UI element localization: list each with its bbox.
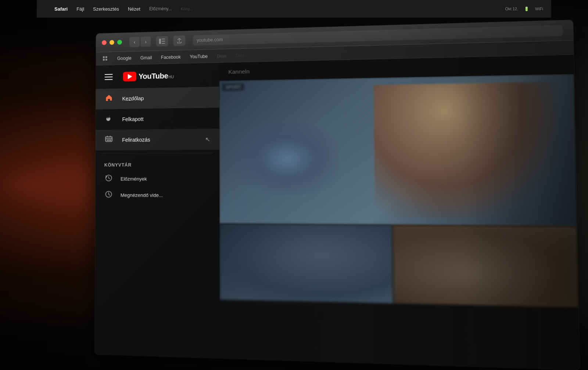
menu-battery: 🔋 [522, 5, 531, 13]
svg-rect-9 [105, 137, 112, 141]
nav-item-history[interactable]: Előzmények [96, 170, 219, 187]
menu-date: Okt 12. [503, 5, 520, 12]
menu-fajl[interactable]: Fájl [72, 5, 89, 13]
library-section-title: KÖNYVTÁR [96, 156, 219, 171]
nav-item-trending[interactable]: Felkapott [96, 108, 219, 130]
svg-rect-10 [107, 140, 108, 141]
hamburger-line-2 [105, 76, 113, 77]
monitor: ‹ › youtube.com [73, 0, 588, 370]
address-text: youtube.com [197, 37, 223, 43]
back-button[interactable]: ‹ [129, 37, 140, 47]
nav-item-subscriptions[interactable]: Feliratkozás ↖ [96, 128, 219, 150]
macos-menubar: Safari Fájl Szerkesztés Nézet Előzmény..… [37, 0, 551, 18]
svg-rect-6 [103, 59, 105, 61]
thumbnail-grid-area: SPORT [219, 74, 580, 370]
menu-szerkesztes[interactable]: Szerkesztés [89, 5, 123, 13]
svg-rect-7 [105, 59, 107, 61]
youtube-country-code: HU [168, 75, 174, 79]
bookmark-facebook[interactable]: Facebook [157, 52, 184, 61]
sidebar-toggle-button[interactable] [156, 36, 168, 46]
svg-rect-1 [162, 39, 165, 39]
nav-subscriptions-label: Feliratkozás [122, 137, 150, 143]
maximize-button[interactable] [117, 40, 122, 44]
traffic-lights [102, 40, 122, 45]
svg-rect-4 [103, 56, 105, 58]
nav-item-home[interactable]: Kezdőlap [96, 87, 219, 109]
cursor-near-subscriptions: ↖ [205, 136, 210, 143]
content-header-title: Kanneln [228, 68, 250, 75]
menu-elozmeny[interactable]: Előzmény... [145, 5, 176, 13]
sidebar-divider-1 [101, 153, 213, 154]
youtube-sidebar: YouTube HU Kezdőlap [95, 63, 220, 358]
menu-nezet[interactable]: Nézet [123, 5, 145, 13]
menu-right-area: Okt 12. 🔋 WiFi [503, 5, 545, 13]
fire-icon [104, 114, 113, 124]
content-area: YouTube HU Kezdőlap [95, 55, 580, 370]
minimize-button[interactable] [110, 40, 114, 45]
nav-item-watch-later[interactable]: Megnézendő vide... [95, 187, 219, 203]
svg-rect-3 [162, 43, 165, 44]
youtube-logo[interactable]: YouTube HU [123, 71, 174, 81]
home-icon [104, 94, 113, 104]
play-triangle [128, 74, 132, 79]
bookmarks-grid-icon[interactable] [102, 55, 109, 62]
bookmark-drive[interactable]: Drive [213, 52, 231, 59]
nav-buttons: ‹ › [129, 36, 151, 47]
nav-home-label: Kezdőlap [122, 95, 144, 102]
share-button[interactable] [173, 35, 186, 46]
hamburger-line-3 [105, 79, 113, 80]
svg-rect-11 [108, 140, 110, 141]
menu-wifi: WiFi [533, 5, 545, 12]
svg-rect-12 [110, 139, 111, 141]
nav-watch-later-label: Megnézendő vide... [121, 192, 163, 198]
nav-trending-label: Felkapott [122, 116, 143, 122]
yt-main-content: Kanneln SPORT [219, 55, 580, 370]
youtube-play-icon [123, 72, 136, 81]
watch-later-icon [104, 191, 113, 200]
youtube-wordmark: YouTube HU [139, 72, 174, 81]
youtube-text: YouTube [139, 72, 168, 81]
browser-window: ‹ › youtube.com [95, 20, 580, 370]
depth-blur-overlay [219, 74, 580, 370]
history-icon [104, 174, 113, 183]
menu-extra1[interactable]: Köny... [176, 5, 197, 12]
nav-history-label: Előzmények [121, 176, 147, 181]
hamburger-menu-button[interactable] [102, 71, 116, 83]
close-button[interactable] [102, 40, 107, 45]
hamburger-line-1 [105, 74, 113, 75]
yt-header: YouTube HU [96, 63, 219, 89]
svg-rect-0 [159, 39, 161, 44]
menu-safari[interactable]: Safari [50, 5, 72, 13]
bookmark-google[interactable]: Google [114, 54, 135, 62]
subscriptions-icon [104, 135, 113, 145]
bookmark-docs[interactable]: Docs... [232, 52, 252, 59]
forward-button[interactable]: › [140, 36, 151, 47]
svg-rect-2 [162, 41, 165, 41]
bookmark-gmail[interactable]: Gmail [137, 53, 156, 62]
bookmark-youtube[interactable]: YouTube [186, 52, 211, 61]
svg-rect-5 [105, 56, 107, 58]
